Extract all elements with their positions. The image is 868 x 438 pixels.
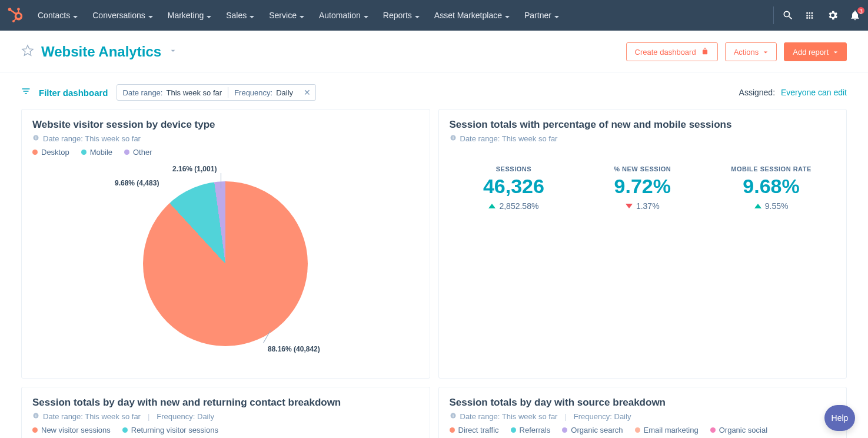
nav-item-label: Asset Marketplace bbox=[434, 11, 502, 20]
nav-item-contacts[interactable]: Contacts bbox=[32, 0, 84, 31]
actions-button[interactable]: Actions bbox=[725, 42, 777, 61]
trend-up-icon bbox=[488, 204, 495, 208]
info-icon[interactable] bbox=[450, 412, 457, 421]
nav-item-partner[interactable]: Partner bbox=[518, 0, 566, 31]
nav-item-label: Contacts bbox=[38, 11, 70, 20]
svg-rect-1 bbox=[36, 137, 36, 140]
chevron-down-icon bbox=[763, 48, 768, 57]
nav-item-automation[interactable]: Automation bbox=[313, 0, 375, 31]
chart-legend: DesktopMobileOther bbox=[32, 148, 419, 157]
legend-dot-icon bbox=[32, 427, 38, 433]
leader-line bbox=[221, 173, 221, 188]
stat-delta: 2,852.58% bbox=[450, 201, 578, 211]
legend-item[interactable]: Returning visitor sessions bbox=[122, 426, 218, 434]
info-icon[interactable] bbox=[32, 134, 39, 143]
nav-item-label: Marketing bbox=[168, 11, 204, 20]
filter-chip[interactable]: Date range: This week so far Frequency: … bbox=[117, 84, 317, 101]
top-nav: ContactsConversationsMarketingSalesServi… bbox=[0, 0, 868, 31]
svg-rect-5 bbox=[453, 136, 453, 137]
remove-chip-icon[interactable]: ✕ bbox=[299, 88, 315, 97]
svg-rect-2 bbox=[36, 136, 36, 137]
lock-icon bbox=[701, 47, 709, 57]
assigned-value-link[interactable]: Everyone can edit bbox=[781, 88, 847, 97]
chevron-down-icon bbox=[299, 12, 305, 18]
chevron-down-icon bbox=[414, 12, 420, 18]
stat-delta: 9.55% bbox=[707, 201, 836, 211]
chip-freq-value: Daily bbox=[276, 88, 293, 97]
nav-right-actions: 3 bbox=[773, 6, 861, 24]
legend-item[interactable]: Desktop bbox=[32, 148, 69, 157]
legend-dot-icon bbox=[81, 150, 87, 155]
stat-title: % NEW SESSION bbox=[578, 165, 707, 172]
gear-icon[interactable] bbox=[827, 9, 839, 21]
nav-item-asset-marketplace[interactable]: Asset Marketplace bbox=[428, 0, 516, 31]
nav-item-label: Partner bbox=[524, 11, 551, 20]
card-sessions-by-day-source: Session totals by day with source breakd… bbox=[438, 387, 847, 438]
stat-value: 46,326 bbox=[450, 175, 578, 198]
search-icon[interactable] bbox=[782, 9, 794, 21]
legend-dot-icon bbox=[124, 150, 129, 155]
nav-item-marketing[interactable]: Marketing bbox=[162, 0, 218, 31]
legend-item[interactable]: Mobile bbox=[81, 148, 112, 157]
info-icon[interactable] bbox=[450, 134, 457, 143]
legend-item[interactable]: New visitor sessions bbox=[32, 426, 111, 434]
pie-graphic bbox=[143, 181, 308, 346]
legend-item[interactable]: Direct traffic bbox=[450, 426, 499, 434]
chart-legend: Direct trafficReferralsOrganic searchEma… bbox=[450, 426, 836, 434]
chevron-down-icon bbox=[833, 48, 838, 57]
legend-dot-icon bbox=[635, 427, 640, 433]
svg-rect-7 bbox=[36, 415, 36, 417]
legend-item[interactable]: Organic social bbox=[710, 426, 767, 434]
svg-rect-8 bbox=[36, 414, 36, 414]
legend-dot-icon bbox=[450, 427, 455, 433]
filter-icon[interactable] bbox=[21, 87, 31, 98]
legend-item[interactable]: Other bbox=[124, 148, 152, 157]
meta-divider: | bbox=[144, 412, 153, 421]
create-dashboard-button[interactable]: Create dashboard bbox=[626, 42, 718, 61]
chip-date-label: Date range: bbox=[123, 88, 163, 97]
favorite-star-icon[interactable] bbox=[21, 44, 34, 59]
page-title[interactable]: Website Analytics bbox=[41, 44, 161, 60]
card-title: Session totals by day with source breakd… bbox=[450, 397, 836, 409]
filter-dashboard-link[interactable]: Filter dashboard bbox=[39, 88, 108, 98]
legend-dot-icon bbox=[710, 427, 716, 433]
nav-item-conversations[interactable]: Conversations bbox=[87, 0, 159, 31]
chip-date-value: This week so far bbox=[166, 88, 222, 97]
info-icon[interactable] bbox=[32, 412, 39, 421]
card-device-type: Website visitor session by device type D… bbox=[21, 109, 430, 379]
chart-legend: New visitor sessionsReturning visitor se… bbox=[32, 426, 419, 434]
chevron-down-icon bbox=[148, 12, 154, 18]
pie-chart: 2.16% (1,001) 9.68% (4,483) 88.16% (40,8… bbox=[32, 159, 419, 369]
legend-dot-icon bbox=[32, 150, 38, 155]
card-date-range: Date range: This week so far bbox=[43, 412, 141, 421]
pie-slice-label-mobile: 9.68% (4,483) bbox=[115, 179, 159, 187]
card-date-range: Date range: This week so far bbox=[460, 412, 558, 421]
nav-item-label: Conversations bbox=[92, 11, 145, 20]
card-sessions-by-day-contacts: Session totals by day with new and retur… bbox=[21, 387, 430, 438]
svg-rect-11 bbox=[453, 414, 453, 414]
legend-dot-icon bbox=[562, 427, 567, 433]
meta-divider: | bbox=[561, 412, 570, 421]
marketplace-icon[interactable] bbox=[804, 9, 816, 21]
trend-up-icon bbox=[754, 204, 761, 208]
title-dropdown-icon[interactable] bbox=[168, 46, 178, 58]
chevron-down-icon bbox=[72, 12, 78, 18]
assigned-label: Assigned: bbox=[739, 88, 775, 97]
legend-item[interactable]: Email marketing bbox=[635, 426, 699, 434]
nav-items: ContactsConversationsMarketingSalesServi… bbox=[32, 0, 773, 31]
nav-item-sales[interactable]: Sales bbox=[220, 0, 261, 31]
nav-item-label: Service bbox=[269, 11, 297, 20]
nav-item-reports[interactable]: Reports bbox=[377, 0, 426, 31]
help-button[interactable]: Help bbox=[824, 405, 855, 431]
legend-item[interactable]: Referrals bbox=[511, 426, 551, 434]
logo-sprocket-icon[interactable] bbox=[7, 7, 24, 24]
stat-block: % NEW SESSION9.72%1.37% bbox=[578, 165, 707, 211]
card-date-range: Date range: This week so far bbox=[43, 134, 141, 143]
chevron-down-icon bbox=[206, 12, 212, 18]
actions-label: Actions bbox=[734, 48, 759, 57]
add-report-button[interactable]: Add report bbox=[784, 42, 847, 61]
nav-item-service[interactable]: Service bbox=[263, 0, 311, 31]
legend-item[interactable]: Organic search bbox=[562, 426, 623, 434]
bell-icon[interactable]: 3 bbox=[849, 9, 861, 21]
stat-block: SESSIONS46,3262,852.58% bbox=[450, 165, 578, 211]
